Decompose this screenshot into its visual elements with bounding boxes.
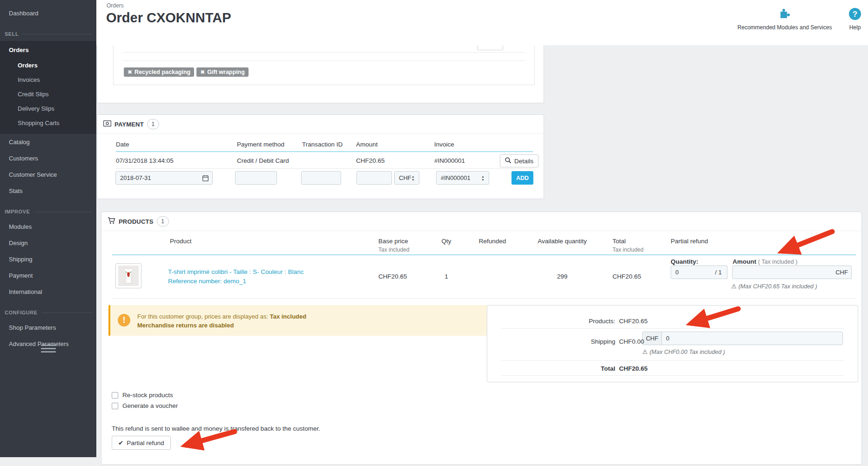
puzzle-icon	[778, 14, 792, 22]
payment-row-date: 07/31/2018 13:44:05	[116, 157, 174, 164]
shipping-refund-input[interactable]	[661, 332, 843, 345]
summary-shipping-label: Shipping	[532, 338, 615, 345]
sidebar-item-design[interactable]: Design	[0, 235, 96, 251]
sidebar-item-shop-parameters[interactable]: Shop Parameters	[0, 320, 96, 336]
col-date: Date	[116, 141, 129, 148]
tag-recycled-packaging[interactable]: ✖ Recycled packaging	[124, 67, 194, 77]
voucher-checkbox[interactable]	[112, 403, 118, 409]
col-available-quantity: Available quantity	[533, 238, 591, 245]
payment-row-invoice: #IN000001	[434, 157, 465, 164]
tag-label: Recycled packaging	[135, 69, 190, 75]
divider	[501, 328, 844, 329]
sidebar-item-dashboard[interactable]: Dashboard	[0, 0, 96, 21]
tag-label: Gift wrapping	[207, 69, 245, 75]
payment-details-button[interactable]: Details	[500, 154, 538, 167]
sidebar-item-shipping[interactable]: Shipping	[0, 251, 96, 267]
restock-label: Re-stock products	[122, 392, 173, 399]
restock-checkbox[interactable]	[112, 392, 118, 399]
shipping-max-note: ⚠(Max CHF0.00 Tax included )	[642, 348, 725, 355]
summary-shipping-value: CHF0.00	[619, 338, 644, 345]
col-total: Total	[612, 238, 626, 245]
refund-amount-input[interactable]	[732, 266, 833, 279]
refund-summary-box: Products: CHF20.65 CHF Shipping CHF0.00 …	[487, 305, 858, 382]
add-payment-button[interactable]: ADD	[511, 171, 533, 185]
cutoff-control[interactable]	[477, 45, 503, 50]
invoice-select[interactable]: #IN000001 ▲▼	[436, 171, 489, 185]
row-divider	[112, 298, 856, 299]
notice-line1-prefix: For this customer group, prices are disp…	[137, 313, 270, 320]
recommended-modules-label: Recommended Modules and Services	[727, 24, 843, 31]
partial-refund-label: Partial refund	[127, 439, 164, 446]
breadcrumb[interactable]: Orders	[107, 2, 124, 9]
sidebar-item-customers[interactable]: Customers	[0, 150, 96, 166]
payment-panel-title: PAYMENT	[114, 121, 144, 128]
products-panel: PRODUCTS 1 Product Base price Tax includ…	[101, 212, 862, 465]
sidebar-item-orders[interactable]: Orders	[0, 42, 96, 58]
remove-tag-icon[interactable]: ✖	[128, 69, 132, 75]
table-header-rule	[112, 254, 856, 255]
amount-tax-note: ( Tax included )	[758, 259, 798, 265]
payment-method-input[interactable]	[235, 171, 277, 185]
sidebar-section-improve: IMPROVE	[0, 205, 96, 219]
tag-gift-wrapping[interactable]: ✖ Gift wrapping	[196, 67, 249, 77]
refund-quantity-input[interactable]	[671, 266, 710, 279]
recommended-modules-button[interactable]: Recommended Modules and Services	[727, 7, 843, 31]
product-name-link[interactable]: T-shirt imprimé colibri - Taille : S- Co…	[168, 268, 304, 275]
product-thumbnail[interactable]	[115, 263, 141, 288]
refund-amount-currency-addon: CHF	[832, 266, 852, 279]
help-button[interactable]: ? Help	[846, 7, 864, 31]
sidebar-item-payment[interactable]: Payment	[0, 267, 96, 284]
sidebar-subitem-delivery-slips[interactable]: Delivery Slips	[0, 101, 96, 116]
col-payment-method: Payment method	[237, 141, 284, 148]
sidebar-item-stats[interactable]: Stats	[0, 183, 96, 199]
summary-total-label: Total	[532, 365, 615, 372]
tax-notice-box: ! For this customer group, prices are di…	[108, 305, 499, 336]
voucher-label: Generate a voucher	[122, 402, 178, 409]
refund-max-note: ⚠(Max CHF20.65 Tax included )	[731, 283, 817, 290]
amount-label-text: Amount	[733, 258, 756, 265]
sidebar: Dashboard SELL Orders Orders Invoices Cr…	[0, 0, 96, 457]
search-icon	[505, 157, 511, 165]
sidebar-section-configure: CONFIGURE	[0, 306, 96, 320]
svg-text:?: ?	[853, 10, 857, 19]
currency-select-value: CHF	[399, 174, 411, 181]
col-qty: Qty	[439, 238, 454, 245]
sidebar-item-catalog[interactable]: Catalog	[0, 134, 96, 150]
sidebar-subitem-invoices[interactable]: Invoices	[0, 73, 96, 87]
payment-count-badge: 1	[147, 119, 159, 129]
sidebar-item-international[interactable]: International	[0, 284, 96, 300]
table-header-rule	[116, 151, 533, 152]
sidebar-section-sell-label: SELL	[5, 31, 19, 37]
product-reference-link[interactable]: Reference number: demo_1	[168, 278, 246, 285]
products-panel-header: PRODUCTS 1	[101, 212, 861, 231]
product-base-price: CHF20.65	[378, 273, 407, 280]
refund-note: This refund is sent to wallee and money …	[112, 425, 320, 432]
payment-amount-input[interactable]	[357, 171, 392, 185]
refund-quantity-label: Quantity:	[671, 258, 698, 265]
remove-tag-icon[interactable]: ✖	[200, 69, 205, 75]
currency-select[interactable]: CHF ▲▼	[394, 171, 419, 185]
divider	[123, 52, 525, 53]
col-base-price: Base price	[378, 238, 408, 245]
sidebar-subitem-shopping-carts[interactable]: Shopping Carts	[0, 116, 96, 130]
shipping-currency-addon: CHF	[642, 332, 662, 345]
payment-row-amount: CHF20.65	[356, 157, 385, 164]
check-icon: ✔	[118, 439, 123, 446]
sidebar-subitem-credit-slips[interactable]: Credit Slips	[0, 87, 96, 101]
sidebar-item-modules[interactable]: Modules	[0, 219, 96, 235]
shipping-card: ✖ Recycled packaging ✖ Gift wrapping	[113, 45, 535, 85]
partial-refund-button[interactable]: ✔ Partial refund	[112, 436, 171, 450]
products-panel-title: PRODUCTS	[119, 218, 154, 225]
payment-date-input[interactable]	[115, 171, 199, 185]
calendar-icon[interactable]	[199, 171, 213, 185]
sidebar-item-customer-service[interactable]: Customer Service	[0, 166, 96, 183]
transaction-id-input[interactable]	[301, 171, 341, 185]
sidebar-subitem-orders[interactable]: Orders	[0, 58, 96, 73]
products-count-badge: 1	[157, 216, 169, 226]
col-refunded: Refunded	[474, 238, 511, 245]
summary-products-value: CHF20.65	[619, 318, 648, 325]
col-amount: Amount	[356, 141, 378, 148]
col-product: Product	[170, 238, 192, 245]
shipping-max-note-text: (Max CHF0.00 Tax included )	[650, 349, 725, 355]
sidebar-collapse-icon[interactable]	[41, 345, 56, 354]
